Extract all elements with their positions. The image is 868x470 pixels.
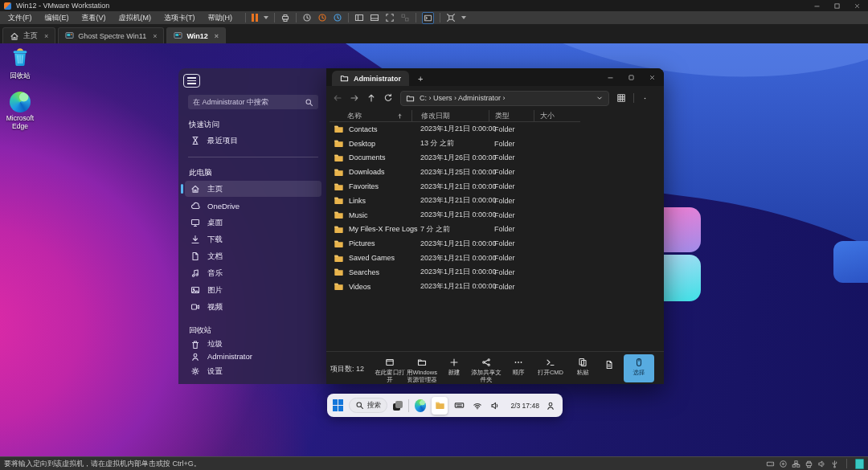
- take-snapshot-icon[interactable]: [302, 13, 312, 22]
- sidebar-item-download[interactable]: 下载: [185, 231, 321, 247]
- vm-tab-label: Ghost Spectre Win11: [78, 32, 146, 40]
- send-ctrl-alt-del-icon[interactable]: [280, 13, 290, 22]
- sidebar-item-video[interactable]: 视频: [185, 299, 321, 315]
- tab-close-icon[interactable]: ×: [44, 32, 48, 40]
- sidebar-item-home[interactable]: 主页: [185, 181, 321, 197]
- vm-menu-2[interactable]: 查看(V): [76, 11, 113, 24]
- explorer-close-icon[interactable]: [649, 74, 656, 81]
- column-header-label: 类型: [495, 111, 510, 121]
- sidebar-item-trash[interactable]: 垃圾: [185, 338, 321, 350]
- sidebar-item-hourglass[interactable]: 最近项目: [185, 133, 321, 149]
- hamburger-menu-icon[interactable]: [183, 74, 200, 88]
- unity-mode-icon: [400, 13, 410, 22]
- start-button-icon[interactable]: [333, 399, 343, 411]
- account-icon[interactable]: [545, 398, 557, 412]
- maximize-icon[interactable]: [833, 2, 841, 10]
- table-row[interactable]: My Files-X Free Logs7 分 之前Folder: [330, 223, 664, 237]
- toolbar-button-paste[interactable]: 粘贴: [567, 354, 598, 378]
- grid-view-icon[interactable]: [616, 93, 626, 103]
- sidebar-item-cloud[interactable]: OneDrive: [185, 198, 321, 214]
- vm-menu-4[interactable]: 选项卡(T): [158, 11, 202, 24]
- table-row[interactable]: Saved Games2023年1月21日 0:00:00Folder: [330, 251, 664, 265]
- toolbar-button-mouse[interactable]: 选择: [624, 354, 654, 382]
- fit-dropdown-icon[interactable]: [461, 16, 466, 19]
- console-view-icon[interactable]: [422, 12, 434, 24]
- sidebar-item-document[interactable]: 文档: [185, 248, 321, 264]
- tab-close-icon[interactable]: ×: [215, 32, 219, 40]
- sidebar-item-picture[interactable]: 图片: [185, 282, 321, 298]
- column-header-0[interactable]: 名称: [330, 110, 411, 121]
- statusbar-separator: [846, 459, 847, 468]
- table-row[interactable]: Favorites2023年1月21日 0:00:00Folder: [330, 179, 664, 194]
- sidebar-item-monitor[interactable]: 桌面: [185, 215, 321, 231]
- table-row[interactable]: Searches2023年1月21日 0:00:00Folder: [330, 265, 664, 280]
- search-input[interactable]: 在 Administrator 中搜索: [188, 95, 318, 109]
- toolbar-button-window[interactable]: 在此窗口打开: [375, 354, 405, 385]
- keyboard-icon[interactable]: [453, 398, 465, 412]
- chevron-down-icon[interactable]: [596, 94, 604, 102]
- sidebar-item-user[interactable]: Administrator: [185, 350, 321, 362]
- table-row[interactable]: Links2023年1月21日 0:00:00Folder: [330, 194, 664, 208]
- minimize-icon[interactable]: [813, 2, 821, 10]
- sidebar-item-gear[interactable]: 设置: [185, 363, 321, 379]
- fit-guest-icon[interactable]: [446, 13, 456, 22]
- desktop-icon-recycle-bin[interactable]: 回收站: [0, 47, 40, 80]
- refresh-icon[interactable]: [383, 93, 393, 103]
- explorer-maximize-icon[interactable]: [628, 74, 635, 81]
- toolbar-button-doc[interactable]: [600, 354, 619, 371]
- column-header-1[interactable]: 修改日期: [411, 110, 489, 121]
- column-header-label: 大小: [540, 111, 555, 121]
- new-tab-button[interactable]: +: [418, 75, 423, 84]
- table-row[interactable]: Desktop13 分 之前Folder: [330, 137, 664, 151]
- table-row[interactable]: Music2023年1月21日 0:00:00Folder: [330, 208, 664, 223]
- address-bar[interactable]: C: › Users › Administrator ›: [400, 91, 609, 106]
- show-library-icon[interactable]: [354, 13, 364, 22]
- clock[interactable]: 2/3 17:48: [510, 402, 538, 410]
- sidebar-item-music[interactable]: 音乐: [185, 265, 321, 281]
- revert-snapshot-icon[interactable]: [317, 13, 327, 22]
- vm-tab-1[interactable]: Ghost Spectre Win11×: [58, 27, 164, 43]
- taskbar-search[interactable]: 搜索: [349, 398, 387, 413]
- explorer-minimize-icon[interactable]: [607, 74, 614, 81]
- forward-icon[interactable]: [350, 93, 359, 103]
- table-row[interactable]: Downloads2023年1月25日 0:00:00Folder: [330, 165, 664, 179]
- volume-icon[interactable]: [489, 398, 501, 412]
- table-row[interactable]: Pictures2023年1月21日 0:00:00Folder: [330, 236, 664, 251]
- vm-tab-2[interactable]: Win12×: [166, 27, 226, 43]
- explorer-sidebar: 在 Administrator 中搜索 快速访问最近项目此电脑主页OneDriv…: [178, 68, 326, 384]
- wifi-icon[interactable]: [471, 398, 483, 412]
- table-row[interactable]: Documents2023年1月26日 0:00:00Folder: [330, 151, 664, 166]
- vm-menu-5[interactable]: 帮助(H): [202, 11, 240, 24]
- table-row[interactable]: Contacts2023年1月21日 0:00:00Folder: [330, 122, 664, 137]
- vm-menu-0[interactable]: 文件(F): [2, 11, 39, 24]
- vm-menu-1[interactable]: 编辑(E): [39, 11, 76, 24]
- close-icon[interactable]: [854, 2, 861, 10]
- explorer-taskbar-icon[interactable]: [432, 397, 448, 415]
- message-log-icon[interactable]: [855, 459, 864, 469]
- file-list: Contacts2023年1月21日 0:00:00FolderDesktop1…: [330, 122, 664, 294]
- edge-taskbar-icon[interactable]: [415, 399, 426, 412]
- toolbar-button-share-folder[interactable]: 添加共享文件夹: [471, 354, 502, 385]
- fullscreen-icon[interactable]: [385, 13, 395, 22]
- vm-tab-0[interactable]: 主页×: [2, 27, 55, 43]
- tab-close-icon[interactable]: ×: [153, 32, 157, 40]
- toolbar-button-plus[interactable]: 新建: [439, 354, 469, 378]
- task-view-icon[interactable]: [393, 401, 403, 411]
- table-row[interactable]: Videos2023年1月21日 0:00:00Folder: [330, 280, 664, 294]
- more-options-icon[interactable]: [641, 95, 649, 102]
- vm-menu-3[interactable]: 虚拟机(M): [113, 11, 158, 24]
- suspend-dropdown-icon[interactable]: [264, 16, 268, 19]
- manage-snapshots-icon[interactable]: [333, 13, 342, 22]
- explorer-tab[interactable]: Administrator: [332, 71, 409, 86]
- toolbar-button-cmd[interactable]: 打开CMD: [535, 354, 566, 378]
- file-type: Folder: [489, 211, 534, 219]
- toolbar-button-explorer[interactable]: 用Windows资源管理器: [407, 354, 437, 385]
- column-header-2[interactable]: 类型: [489, 110, 534, 121]
- column-header-3[interactable]: 大小: [534, 110, 577, 121]
- up-icon[interactable]: [366, 93, 376, 103]
- show-thumbnails-icon[interactable]: [370, 13, 379, 22]
- suspend-vm-icon[interactable]: [252, 14, 258, 22]
- toolbar-button-ellipsis[interactable]: 顺序: [503, 354, 534, 378]
- desktop-icon-edge[interactable]: Microsoft Edge: [0, 92, 40, 131]
- back-icon[interactable]: [333, 93, 342, 103]
